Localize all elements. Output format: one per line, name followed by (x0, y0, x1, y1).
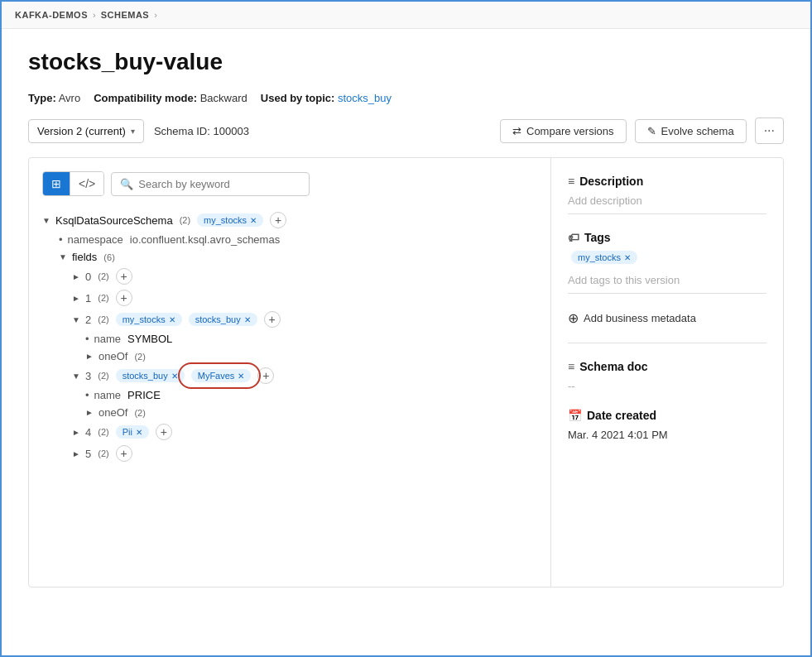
tree-toggle-field-5[interactable]: ► (72, 449, 82, 458)
tree-toggle-root[interactable]: ▼ (42, 216, 52, 225)
add-description-placeholder[interactable]: Add description (568, 194, 766, 214)
field-2-oneof-row: ► oneOf (2) (42, 348, 537, 365)
field-3-name-label: name (94, 389, 122, 401)
breadcrumb: KAFKA-DEMOS › SCHEMAS › (2, 2, 810, 29)
field-2-index: 2 (85, 314, 91, 326)
add-tag-field-0[interactable]: + (116, 268, 132, 285)
tree-toggle-fields[interactable]: ▼ (59, 252, 69, 261)
evolve-schema-button[interactable]: ✎ Evolve schema (635, 119, 747, 143)
root-tag-my_stocks: my_stocks ✕ (197, 213, 263, 227)
root-label: KsqlDataSourceSchema (55, 214, 173, 227)
view-toggle-group: ⊞ </> (42, 171, 104, 196)
tags-section: 🏷 Tags my_stocks ✕ Add tags to this vers… (568, 231, 766, 294)
date-created-title: 📅 Date created (568, 409, 766, 422)
add-tag-field-3[interactable]: + (257, 367, 274, 384)
field-2-name-value: SYMBOL (127, 333, 172, 345)
type-value: Avro (59, 92, 81, 104)
tags-list: my_stocks ✕ (568, 251, 766, 264)
remove-field-2-tag-stocks_buy[interactable]: ✕ (244, 315, 251, 324)
bullet-namespace: • (59, 233, 63, 246)
description-icon: ≡ (568, 175, 574, 188)
field-3-tag-myfaves: MyFaves ✕ (191, 369, 252, 382)
tree-toggle-field-3[interactable]: ▼ (72, 372, 82, 381)
field-3-tag-stocks_buy: stocks_buy ✕ (116, 369, 185, 382)
add-tags-input[interactable]: Add tags to this version (568, 274, 766, 294)
add-tag-field-5[interactable]: + (116, 445, 132, 462)
fields-count: (6) (103, 252, 114, 262)
tree-root: ▼ KsqlDataSourceSchema (2) my_stocks ✕ + (42, 209, 537, 231)
add-tag-root[interactable]: + (270, 212, 286, 228)
tree-toggle-field-2-oneof[interactable]: ► (85, 352, 95, 361)
tree-toggle-field-0[interactable]: ► (72, 272, 82, 281)
fields-label: fields (72, 251, 97, 263)
field-2-name-label: name (94, 333, 122, 345)
remove-field-3-tag-stocks_buy[interactable]: ✕ (171, 372, 178, 381)
field-3-count: (2) (98, 371, 108, 381)
field-5-index: 5 (85, 448, 91, 460)
compare-icon: ⇄ (512, 125, 521, 137)
bullet-field-2-name: • (85, 333, 89, 345)
field-0-row: ► 0 (2) + (42, 266, 537, 287)
breadcrumb-schemas[interactable]: SCHEMAS (101, 10, 150, 20)
more-options-button[interactable]: ··· (755, 117, 784, 144)
breadcrumb-kafka-demos[interactable]: KAFKA-DEMOS (15, 10, 88, 20)
remove-sidebar-tag-my_stocks[interactable]: ✕ (624, 253, 631, 262)
code-view-button[interactable]: </> (70, 172, 103, 195)
topic-link[interactable]: stocks_buy (338, 92, 392, 104)
field-3-name-row: • name PRICE (42, 386, 537, 404)
schema-toolbar: ⊞ </> 🔍 (42, 171, 537, 196)
search-icon: 🔍 (120, 178, 133, 190)
description-section: ≡ Description Add description (568, 175, 766, 214)
field-1-index: 1 (85, 292, 91, 305)
tree-toggle-field-1[interactable]: ► (72, 294, 82, 303)
add-tag-field-4[interactable]: + (156, 424, 172, 440)
search-box[interactable]: 🔍 (111, 172, 310, 196)
field-5-count: (2) (98, 448, 108, 458)
meta-row: Type: Avro Compatibility mode: Backward … (28, 92, 784, 104)
namespace-value: io.confluent.ksql.avro_schemas (130, 233, 280, 246)
sidebar-tag-my_stocks: my_stocks ✕ (571, 251, 637, 264)
field-2-oneof-count: (2) (134, 352, 145, 362)
field-0-index: 0 (85, 271, 91, 283)
version-selector[interactable]: Version 2 (current) ▾ (28, 119, 144, 143)
remove-field-3-tag-myfaves[interactable]: ✕ (238, 372, 244, 381)
add-tag-field-1[interactable]: + (116, 290, 132, 306)
evolve-icon: ✎ (647, 125, 656, 137)
date-value: Mar. 4 2021 4:01 PM (568, 429, 766, 441)
field-4-row: ► 4 (2) Pii ✕ + (42, 421, 537, 443)
compare-versions-button[interactable]: ⇄ Compare versions (500, 119, 627, 143)
search-input[interactable] (138, 178, 300, 190)
schema-doc-icon: ≡ (568, 360, 574, 373)
field-3-index: 3 (85, 370, 91, 382)
remove-field-2-tag-my_stocks[interactable]: ✕ (169, 315, 175, 324)
schema-doc-value: -- (568, 380, 766, 392)
namespace-label: namespace (68, 233, 123, 246)
remove-tag-my_stocks[interactable]: ✕ (250, 216, 257, 225)
schema-doc-section: ≡ Schema doc -- (568, 360, 766, 392)
field-2-tag-stocks_buy: stocks_buy ✕ (189, 313, 257, 326)
tree-toggle-field-3-oneof[interactable]: ► (85, 408, 95, 417)
schema-doc-title: ≡ Schema doc (568, 360, 766, 373)
tree-toggle-field-4[interactable]: ► (72, 428, 82, 437)
field-2-tag-my_stocks: my_stocks ✕ (116, 313, 182, 326)
field-4-tag-pii: Pii ✕ (116, 425, 149, 439)
compat-value: Backward (200, 92, 247, 104)
divider-1 (568, 343, 766, 343)
fields-row: ▼ fields (6) (42, 248, 537, 266)
field-1-count: (2) (98, 293, 108, 303)
field-3-oneof-label: oneOf (98, 406, 127, 419)
page-title: stocks_buy-value (28, 49, 784, 75)
tree-view-button[interactable]: ⊞ (43, 172, 70, 195)
schema-tree-panel: ⊞ </> 🔍 ▼ KsqlDataSourceSchema (29, 158, 551, 587)
add-tag-field-2[interactable]: + (264, 311, 281, 328)
add-business-metadata-button[interactable]: ⊕ Add business metadata (568, 310, 766, 326)
tree-toggle-field-2[interactable]: ▼ (72, 315, 82, 324)
plus-circle-icon: ⊕ (568, 310, 579, 326)
schema-tree: ▼ KsqlDataSourceSchema (2) my_stocks ✕ +… (42, 209, 537, 464)
tags-title: 🏷 Tags (568, 231, 766, 244)
add-meta-section: ⊕ Add business metadata (568, 310, 766, 326)
field-0-count: (2) (98, 271, 108, 281)
field-2-oneof-label: oneOf (98, 350, 127, 362)
remove-field-4-tag-pii[interactable]: ✕ (136, 428, 142, 437)
action-buttons: ⇄ Compare versions ✎ Evolve schema ··· (500, 117, 784, 144)
